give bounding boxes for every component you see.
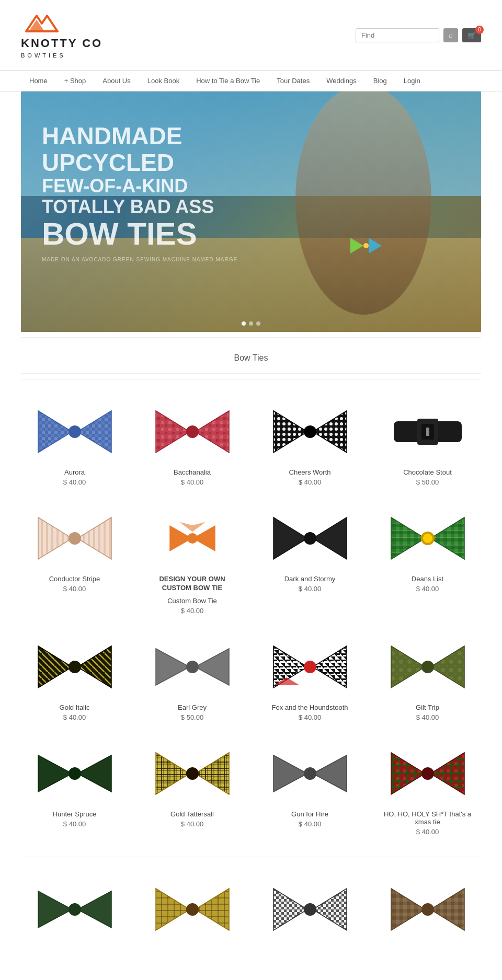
product-gold-italic[interactable]: Gold Italic $ 40.00 [21, 630, 128, 727]
svg-marker-79 [156, 753, 190, 794]
nav-lookbook[interactable]: Look Book [139, 71, 188, 91]
product-earl-grey-name: Earl Grey [178, 704, 207, 711]
svg-point-30 [69, 532, 81, 545]
product-extra-1[interactable] [21, 873, 128, 951]
hero-line5: BOW TIES [42, 217, 237, 251]
product-fox-houndstooth[interactable]: Fox and the Houndstooth $ 40.00 [256, 630, 363, 727]
product-gilt-trip[interactable]: Gilt Trip $ 40.00 [374, 630, 481, 727]
header-right: ⌕ 🛒 0 [356, 28, 481, 42]
product-custom-bow-tie[interactable]: DESIGN YOUR OWN CUSTOM BOW TIE Custom Bo… [139, 502, 246, 620]
nav-about[interactable]: About Us [94, 71, 139, 91]
product-earl-grey-image [148, 636, 237, 698]
product-hunter-spruce[interactable]: Hunter Spruce $ 40.00 [21, 737, 128, 841]
svg-marker-29 [77, 517, 111, 559]
product-gold-italic-name: Gold Italic [60, 704, 90, 711]
cart-badge: 0 [475, 26, 484, 34]
product-cheers-worth[interactable]: Cheers Worth $ 40.00 [256, 395, 363, 491]
logo-text: KNOTTY CO [21, 37, 102, 50]
product-gold-tattersall[interactable]: Gold Tattersall $ 40.00 [139, 737, 246, 841]
hero-dots [242, 321, 260, 326]
svg-marker-92 [38, 891, 72, 928]
product-bacchanalia[interactable]: Bacchanalia $ 40.00 [139, 395, 246, 491]
svg-marker-83 [313, 755, 347, 792]
nav-weddings[interactable]: Weddings [318, 71, 365, 91]
nav-shop[interactable]: + Shop [56, 71, 95, 91]
search-input[interactable] [356, 28, 439, 42]
hero-background: HANDMADE UPCYCLED FEW-OF-A-KIND TOTALLY … [21, 91, 481, 332]
svg-marker-9 [77, 411, 111, 453]
product-dark-stormy[interactable]: Dark and Stormy $ 40.00 [256, 502, 363, 620]
hero-dot-2[interactable] [249, 321, 253, 326]
logo-area: KNOTTY CO BOWTIES [21, 10, 102, 60]
cart-icon: 🛒 [467, 31, 476, 39]
svg-marker-72 [77, 755, 111, 792]
product-dark-stormy-name: Dark and Stormy [284, 575, 336, 583]
product-gun-for-hire[interactable]: Gun for Hire $ 40.00 [256, 737, 363, 841]
svg-marker-68 [391, 646, 425, 688]
product-gold-tattersall-image [148, 742, 237, 805]
hero-line4: TOTALLY BAD ASS [42, 197, 237, 217]
section-title: Bow Ties [21, 343, 481, 374]
hero-tagline: MADE ON AN AVOCADO GREEN SEWING MACHINE … [42, 257, 237, 262]
product-conductor-stripe-image [30, 507, 119, 570]
product-aurora[interactable]: Aurora $ 40.00 [21, 395, 128, 491]
hero-line1: HANDMADE [42, 123, 237, 149]
product-deans-list[interactable]: Deans List $ 40.00 [374, 502, 481, 620]
product-gun-for-hire-price: $ 40.00 [299, 820, 321, 828]
product-dark-stormy-image [266, 507, 355, 570]
product-cheers-worth-name: Cheers Worth [289, 468, 331, 476]
product-custom-bow-tie-image [148, 507, 237, 570]
svg-marker-19 [273, 411, 307, 453]
product-cheers-worth-price: $ 40.00 [299, 478, 321, 486]
logo-subtitle: BOWTIES [21, 50, 66, 60]
svg-marker-50 [77, 646, 111, 688]
product-gilt-trip-name: Gilt Trip [416, 704, 439, 711]
svg-marker-111 [430, 889, 464, 930]
custom-bow-price: $ 40.00 [181, 607, 203, 615]
product-extra-2-image [148, 878, 237, 941]
svg-marker-71 [38, 755, 72, 792]
product-extra-4[interactable] [374, 873, 481, 951]
hero-line3: FEW-OF-A-KIND [42, 176, 237, 197]
product-aurora-name: Aurora [64, 468, 85, 476]
svg-marker-98 [156, 889, 190, 930]
svg-marker-69 [430, 646, 464, 688]
product-xmas-tie[interactable]: HO, HO, HOLY SH*T that's a xmas tie $ 40… [374, 737, 481, 841]
svg-point-33 [187, 533, 198, 544]
svg-marker-110 [391, 889, 425, 930]
nav-home[interactable]: Home [21, 71, 56, 91]
search-button[interactable]: ⌕ [443, 28, 458, 42]
products-grid-2 [0, 862, 502, 972]
svg-marker-53 [195, 649, 229, 685]
product-bacchanalia-price: $ 40.00 [181, 478, 203, 486]
svg-point-21 [304, 425, 316, 438]
svg-marker-80 [195, 753, 229, 794]
product-extra-3-image [266, 878, 355, 941]
product-fox-houndstooth-image [266, 636, 355, 698]
custom-bow-name: Custom Bow Tie [167, 597, 217, 605]
svg-point-70 [421, 661, 434, 673]
cart-button[interactable]: 🛒 0 [462, 28, 481, 42]
product-bacchanalia-name: Bacchanalia [174, 468, 211, 476]
product-earl-grey[interactable]: Earl Grey $ 50.00 [139, 630, 246, 727]
product-extra-3[interactable] [256, 873, 363, 951]
svg-point-100 [186, 903, 199, 916]
svg-point-73 [69, 767, 81, 780]
product-chocolate-stout[interactable]: Chocolate Stout $ 50.00 [374, 395, 481, 491]
product-fox-houndstooth-price: $ 40.00 [299, 713, 321, 721]
svg-marker-3 [369, 238, 382, 253]
svg-marker-2 [350, 238, 363, 253]
nav-tourdates[interactable]: Tour Dates [268, 71, 318, 91]
hero-dot-3[interactable] [256, 321, 260, 326]
product-xmas-tie-price: $ 40.00 [416, 828, 439, 836]
hero-dot-1[interactable] [242, 321, 246, 326]
nav-howtotie[interactable]: How to Tie a Bow Tie [188, 71, 268, 91]
product-aurora-price: $ 40.00 [63, 478, 86, 486]
svg-point-10 [69, 425, 81, 438]
product-extra-2[interactable] [139, 873, 246, 951]
product-xmas-tie-name: HO, HO, HOLY SH*T that's a xmas tie [379, 810, 476, 826]
product-dark-stormy-price: $ 40.00 [299, 585, 321, 593]
product-conductor-stripe[interactable]: Conductor Stripe $ 40.00 [21, 502, 128, 620]
nav-login[interactable]: Login [395, 71, 429, 91]
nav-blog[interactable]: Blog [365, 71, 395, 91]
